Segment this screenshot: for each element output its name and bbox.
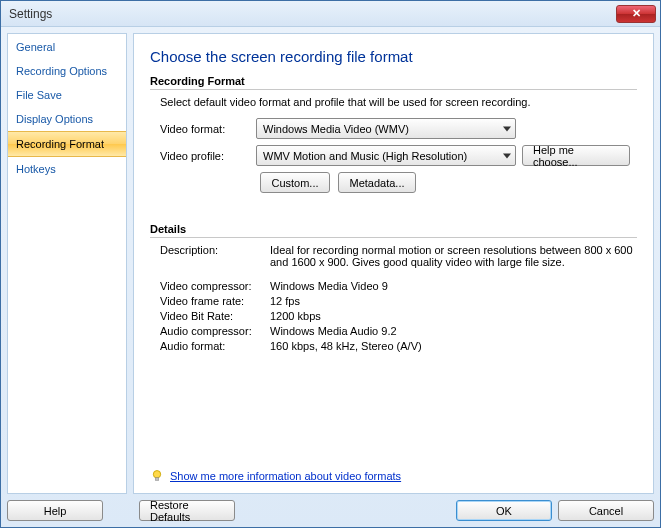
row-video-format: Video format: Windows Media Video (WMV) xyxy=(160,118,637,139)
detail-key: Video compressor: xyxy=(160,280,270,292)
sidebar-item-display-options[interactable]: Display Options xyxy=(8,107,126,131)
help-button[interactable]: Help xyxy=(7,500,103,521)
detail-value: Ideal for recording normal motion or scr… xyxy=(270,244,637,268)
detail-key: Audio format: xyxy=(160,340,270,352)
detail-row: Video compressor: Windows Media Video 9 xyxy=(160,280,637,292)
row-video-profile: Video profile: WMV Motion and Music (Hig… xyxy=(160,145,637,166)
client-area: General Recording Options File Save Disp… xyxy=(1,27,660,527)
detail-key: Description: xyxy=(160,244,270,268)
svg-rect-1 xyxy=(155,478,159,481)
video-profile-combo[interactable]: WMV Motion and Music (High Resolution) xyxy=(256,145,516,166)
sidebar-item-recording-format[interactable]: Recording Format xyxy=(8,131,126,157)
details-block: Details Description: Ideal for recording… xyxy=(150,223,637,352)
custom-button[interactable]: Custom... xyxy=(260,172,330,193)
ok-button[interactable]: OK xyxy=(456,500,552,521)
restore-defaults-button[interactable]: Restore Defaults xyxy=(139,500,235,521)
detail-row: Audio compressor: Windows Media Audio 9.… xyxy=(160,325,637,337)
close-button[interactable]: ✕ xyxy=(616,5,656,23)
sidebar-item-general[interactable]: General xyxy=(8,35,126,59)
detail-row: Video Bit Rate: 1200 kbps xyxy=(160,310,637,322)
cancel-button[interactable]: Cancel xyxy=(558,500,654,521)
main-row: General Recording Options File Save Disp… xyxy=(7,33,654,494)
video-format-value: Windows Media Video (WMV) xyxy=(263,123,409,135)
window-title: Settings xyxy=(9,7,616,21)
chevron-down-icon xyxy=(503,126,511,131)
info-link-row: Show me more information about video for… xyxy=(150,469,401,483)
page-title: Choose the screen recording file format xyxy=(150,48,637,65)
sidebar-item-file-save[interactable]: File Save xyxy=(8,83,126,107)
group-details-heading: Details xyxy=(150,223,637,238)
detail-row: Video frame rate: 12 fps xyxy=(160,295,637,307)
sidebar-item-recording-options[interactable]: Recording Options xyxy=(8,59,126,83)
close-icon: ✕ xyxy=(632,7,641,20)
more-info-link[interactable]: Show me more information about video for… xyxy=(170,470,401,482)
settings-window: Settings ✕ General Recording Options Fil… xyxy=(0,0,661,528)
format-description: Select default video format and profile … xyxy=(160,96,637,108)
detail-value: Windows Media Video 9 xyxy=(270,280,637,292)
sidebar-item-hotkeys[interactable]: Hotkeys xyxy=(8,157,126,181)
dialog-button-row: Help Restore Defaults OK Cancel xyxy=(7,500,654,521)
detail-row: Audio format: 160 kbps, 48 kHz, Stereo (… xyxy=(160,340,637,352)
profile-buttons-row: Custom... Metadata... xyxy=(260,172,637,193)
video-profile-label: Video profile: xyxy=(160,150,250,162)
detail-key: Video frame rate: xyxy=(160,295,270,307)
group-recording-format-heading: Recording Format xyxy=(150,75,637,90)
svg-point-0 xyxy=(153,471,160,478)
detail-row: Description: Ideal for recording normal … xyxy=(160,244,637,268)
video-format-label: Video format: xyxy=(160,123,250,135)
content-panel: Choose the screen recording file format … xyxy=(133,33,654,494)
detail-value: Windows Media Audio 9.2 xyxy=(270,325,637,337)
help-me-choose-button[interactable]: Help me choose... xyxy=(522,145,630,166)
detail-key: Audio compressor: xyxy=(160,325,270,337)
titlebar: Settings ✕ xyxy=(1,1,660,27)
detail-key: Video Bit Rate: xyxy=(160,310,270,322)
sidebar: General Recording Options File Save Disp… xyxy=(7,33,127,494)
detail-value: 12 fps xyxy=(270,295,637,307)
video-profile-value: WMV Motion and Music (High Resolution) xyxy=(263,150,467,162)
video-format-combo[interactable]: Windows Media Video (WMV) xyxy=(256,118,516,139)
chevron-down-icon xyxy=(503,153,511,158)
metadata-button[interactable]: Metadata... xyxy=(338,172,416,193)
lightbulb-icon xyxy=(150,469,164,483)
detail-value: 160 kbps, 48 kHz, Stereo (A/V) xyxy=(270,340,637,352)
detail-value: 1200 kbps xyxy=(270,310,637,322)
